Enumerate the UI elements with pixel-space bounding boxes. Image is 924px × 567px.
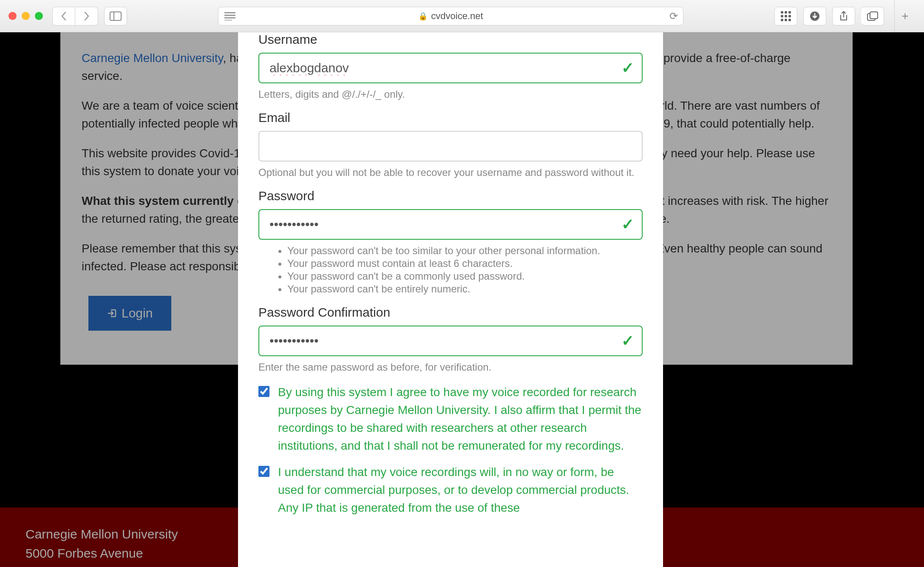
svg-rect-0 bbox=[110, 12, 121, 20]
url-text: cvdvoice.net bbox=[431, 11, 483, 22]
tabs-overview-button[interactable] bbox=[774, 7, 797, 26]
email-input[interactable] bbox=[258, 131, 643, 162]
check-icon: ✓ bbox=[621, 59, 634, 77]
check-icon: ✓ bbox=[621, 215, 634, 233]
check-icon: ✓ bbox=[621, 332, 634, 350]
back-button[interactable] bbox=[52, 7, 75, 26]
grid-icon bbox=[781, 11, 791, 21]
new-tab-button[interactable]: + bbox=[894, 0, 915, 32]
minimize-window-button[interactable] bbox=[22, 12, 30, 20]
svg-rect-8 bbox=[870, 12, 878, 19]
forward-button[interactable] bbox=[75, 7, 98, 26]
password-rules: Your password can't be too similar to yo… bbox=[258, 245, 643, 295]
consent-checkbox-1[interactable] bbox=[258, 386, 269, 397]
password-confirm-label: Password Confirmation bbox=[258, 305, 643, 320]
reload-icon[interactable]: ⟳ bbox=[669, 10, 678, 22]
email-help: Optional but you will not be able to rec… bbox=[258, 167, 643, 179]
password-label: Password bbox=[258, 189, 643, 203]
close-window-button[interactable] bbox=[9, 12, 17, 20]
password-rule: Your password must contain at least 6 ch… bbox=[287, 258, 643, 269]
window-controls bbox=[9, 12, 43, 20]
tab-overview-button[interactable] bbox=[861, 7, 884, 26]
email-label: Email bbox=[258, 111, 643, 125]
password-rule: Your password can't be entirely numeric. bbox=[287, 283, 643, 295]
password-confirm-input[interactable] bbox=[258, 326, 643, 356]
share-button[interactable] bbox=[832, 7, 855, 26]
downloads-button[interactable] bbox=[803, 7, 826, 26]
lock-icon: 🔒 bbox=[418, 11, 428, 21]
url-bar[interactable]: 🔒 cvdvoice.net ⟳ bbox=[218, 7, 683, 26]
password-input[interactable] bbox=[258, 209, 643, 240]
password-rule: Your password can't be too similar to yo… bbox=[287, 245, 643, 257]
maximize-window-button[interactable] bbox=[35, 12, 43, 20]
consent-text-1: By using this system I agree to have my … bbox=[278, 383, 643, 455]
signup-modal: Username ✓ Letters, digits and @/./+/-/_… bbox=[238, 32, 663, 567]
password-rule: Your password can't be a commonly used p… bbox=[287, 270, 643, 282]
password-confirm-help: Enter the same password as before, for v… bbox=[258, 361, 643, 373]
username-label: Username bbox=[258, 32, 643, 47]
consent-checkbox-2[interactable] bbox=[258, 466, 269, 477]
consent-text-2: I understand that my voice recordings wi… bbox=[278, 463, 643, 517]
reader-mode-icon[interactable] bbox=[224, 10, 236, 23]
username-help: Letters, digits and @/./+/-/_ only. bbox=[258, 88, 643, 100]
username-input[interactable] bbox=[258, 53, 643, 83]
sidebar-toggle-button[interactable] bbox=[104, 7, 127, 26]
browser-toolbar: 🔒 cvdvoice.net ⟳ + bbox=[0, 0, 924, 32]
